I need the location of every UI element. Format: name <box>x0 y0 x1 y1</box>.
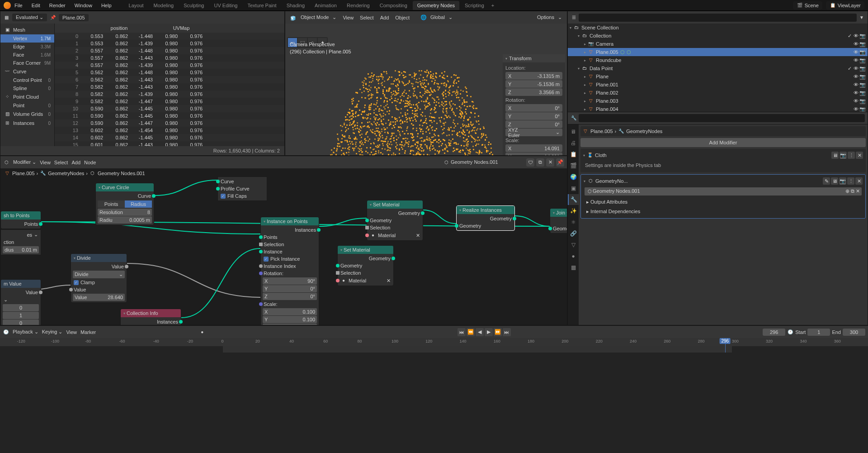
node-set-material-1[interactable]: ▾Set Material Geometry Geometry Selectio… <box>367 200 423 241</box>
timeline-editor-icon[interactable]: 🕐 <box>3 329 9 335</box>
properties-search[interactable] <box>579 114 865 122</box>
pin-icon[interactable]: 📌 <box>556 158 564 167</box>
clock-icon[interactable]: 🕐 <box>787 329 793 335</box>
tab-texture-paint[interactable]: Texture Paint <box>243 1 281 10</box>
col-position[interactable]: position <box>82 25 156 31</box>
node-realize-instances[interactable]: ▾Realize Instances Geometry Geometry <box>456 205 515 231</box>
mod-render-icon[interactable]: 📷 <box>840 152 847 159</box>
play-reverse-icon[interactable]: ◀ <box>476 328 484 336</box>
tab-compositing[interactable]: Compositing <box>375 1 412 10</box>
outliner-item[interactable]: ▸📷Camera👁📷 <box>568 40 868 48</box>
tab-viewlayer[interactable]: 📋 <box>568 149 579 160</box>
tab-render[interactable]: 🖥 <box>568 126 579 137</box>
node-random-value[interactable]: m Value Value ⌄ 0 1 0 <box>0 279 41 325</box>
menu-render[interactable]: Render <box>46 1 69 10</box>
keyframe-prev-icon[interactable]: ⏪ <box>467 328 475 336</box>
orientation-dropdown[interactable]: 🌐 Global ⌄ <box>418 14 455 21</box>
tab-particles[interactable]: ✨ <box>568 205 579 216</box>
tab-modeling[interactable]: Modeling <box>149 1 179 10</box>
table-row[interactable]: 140.6020.862-1.4450.9800.976 <box>55 134 284 141</box>
mod-edit-icon[interactable]: ✎ <box>823 177 830 185</box>
tab-texture[interactable]: ▦ <box>568 262 579 273</box>
tab-material[interactable]: ● <box>568 251 579 262</box>
domain-point[interactable]: Point0 <box>0 101 54 110</box>
jump-start-icon[interactable]: ⏮ <box>458 328 466 336</box>
properties-editor-icon[interactable]: 🔧 <box>571 115 577 121</box>
outliner-editor-icon[interactable]: ☰ <box>571 14 577 21</box>
mod-extra-icon[interactable]: ⋮ <box>848 152 855 159</box>
vp-menu-select[interactable]: Select <box>358 14 376 21</box>
disclosure-icon[interactable]: ▾ <box>570 26 571 30</box>
end-frame[interactable]: 300 <box>843 329 865 336</box>
node-join-geometry[interactable]: ▾Join Geometry Geometry Geometry <box>550 208 567 234</box>
menu-help[interactable]: Help <box>98 1 115 10</box>
tab-rendering[interactable]: Rendering <box>342 1 374 10</box>
timeline-track[interactable]: -120-100-80-60-40-2002040608010012014016… <box>0 338 868 353</box>
sidebar-tab-view[interactable]: View <box>567 70 567 87</box>
transform-field[interactable]: Z3.3566 m <box>505 88 562 96</box>
domain-control-point[interactable]: Control Point0 <box>0 76 54 84</box>
menu-file[interactable]: File <box>11 1 26 10</box>
mod-close-icon[interactable]: ✕ <box>855 177 863 185</box>
domain-instances[interactable]: ⊞Instances0 <box>0 119 54 128</box>
tab-world[interactable]: 🌍 <box>568 172 579 182</box>
copy-icon[interactable]: ⧉ <box>536 158 544 167</box>
tab-scene[interactable]: 🎬 <box>568 160 579 171</box>
outliner-root[interactable]: ▾🗀Scene Collection <box>568 24 868 32</box>
transform-field[interactable]: X0° <box>505 104 562 112</box>
autokey-icon[interactable]: ● <box>199 329 205 335</box>
tl-keying[interactable]: Keying ⌄ <box>42 329 63 335</box>
start-frame[interactable]: 1 <box>807 329 830 336</box>
table-row[interactable]: 20.5570.862-1.4480.9800.976 <box>55 47 284 54</box>
table-row[interactable]: 100.5900.862-1.4450.9800.976 <box>55 105 284 112</box>
table-row[interactable]: 130.6020.862-1.4540.9800.976 <box>55 127 284 134</box>
ne-mode[interactable]: Modifier ⌄ <box>13 159 36 165</box>
rotation-mode[interactable]: XYZ Euler⌄ <box>505 129 562 136</box>
table-row[interactable]: 60.5620.862-1.4430.9800.976 <box>55 76 284 83</box>
vp-menu-object[interactable]: Object <box>393 14 412 21</box>
options-dropdown[interactable]: Options ⌄ <box>533 14 564 21</box>
domain-face-corner[interactable]: Face Corner9M <box>0 59 54 67</box>
node-collection-info[interactable]: ▾Collection Info Instances OriginalRelat… <box>120 309 181 325</box>
eval-state-dropdown[interactable]: Evaluated ⌄ <box>12 14 47 21</box>
viewport-editor-icon[interactable]: 🧊 <box>288 14 294 21</box>
outliner-item[interactable]: ▾🗀Collection✓👁📷 <box>568 32 868 40</box>
modifier-geonodes[interactable]: ▾⬡GeometryNo... ✎🖥📷⋮✕ ⬡Geometry Nodes.00… <box>580 174 866 219</box>
tab-animation[interactable]: Animation <box>310 1 341 10</box>
object-field[interactable]: Plane.005 <box>59 14 89 21</box>
spreadsheet-editor-icon[interactable]: ▦ <box>3 14 9 21</box>
tab-output[interactable]: 🖨 <box>568 138 579 148</box>
output-attrs[interactable]: ▸ Output Attributes <box>583 197 863 207</box>
table-row[interactable]: 40.5570.862-1.4390.9800.976 <box>55 62 284 69</box>
add-modifier-button[interactable]: Add Modifier <box>580 138 866 147</box>
vp-menu-add[interactable]: Add <box>378 14 392 21</box>
tab-object[interactable]: ▣ <box>568 183 579 194</box>
transform-field[interactable]: Y0° <box>505 112 562 120</box>
mode-dropdown[interactable]: Object Mode ⌄ <box>296 14 339 21</box>
viewport-canvas[interactable]: ▭ ⬚ ○ ✦ Camera Perspective (296) Collect… <box>285 24 567 155</box>
scene-field[interactable]: 🎬Scene <box>793 1 822 10</box>
tab-constraints[interactable]: 🔗 <box>568 228 579 239</box>
pin-icon[interactable]: 📌 <box>50 14 56 21</box>
add-workspace-button[interactable]: + <box>489 1 497 10</box>
outliner-item[interactable]: ▾🗀Data Point✓👁📷 <box>568 64 868 72</box>
keyframe-next-icon[interactable]: ⏩ <box>494 328 502 336</box>
ne-menu-add[interactable]: Add <box>71 160 80 165</box>
nodeeditor-icon[interactable]: ⬡ <box>3 159 9 166</box>
sidebar-tab-create[interactable]: Create <box>567 87 567 107</box>
menu-window[interactable]: Window <box>71 1 96 10</box>
table-row[interactable]: 00.5530.862-1.4480.9800.976 <box>55 33 284 40</box>
transform-field[interactable]: X14.091 <box>505 144 562 152</box>
tab-physics[interactable]: ⚛ <box>568 217 579 228</box>
node-set-material-2[interactable]: ▾Set Material Geometry Geometry Selectio… <box>337 245 394 286</box>
filter-icon[interactable]: ▼ <box>859 14 865 21</box>
jump-end-icon[interactable]: ⏭ <box>503 328 511 336</box>
viewlayer-field[interactable]: 📋ViewLayer <box>826 1 864 10</box>
nodetree-field[interactable]: ⬡ Geometry Nodes.001 <box>443 159 524 166</box>
node-instance-on-points[interactable]: ▾Instance on Points Instances Points Sel… <box>260 217 319 325</box>
disclosure-icon[interactable]: ▾ <box>505 57 507 61</box>
outliner-item[interactable]: ▸▽Plane.002👁📷 <box>568 89 868 97</box>
disclosure-icon[interactable]: ▾ <box>584 179 585 183</box>
tab-data[interactable]: ▽ <box>568 239 579 250</box>
ne-menu-node[interactable]: Node <box>84 160 96 165</box>
